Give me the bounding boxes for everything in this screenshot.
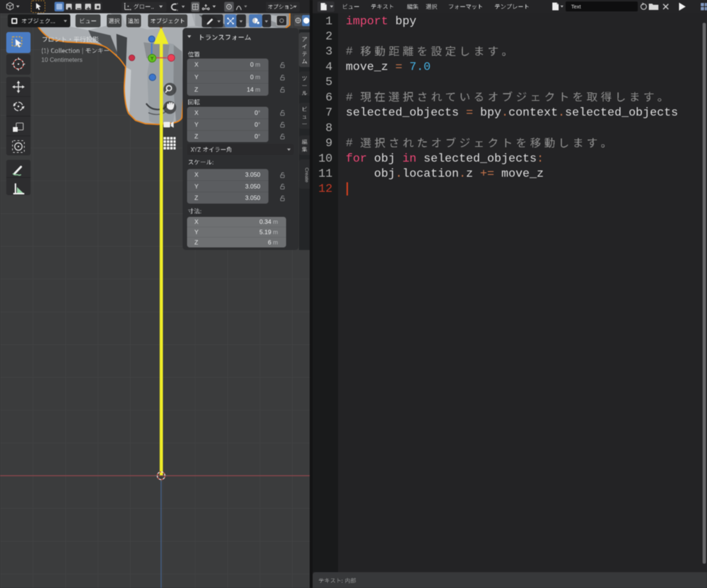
svg-text:Text: Text <box>571 4 581 10</box>
